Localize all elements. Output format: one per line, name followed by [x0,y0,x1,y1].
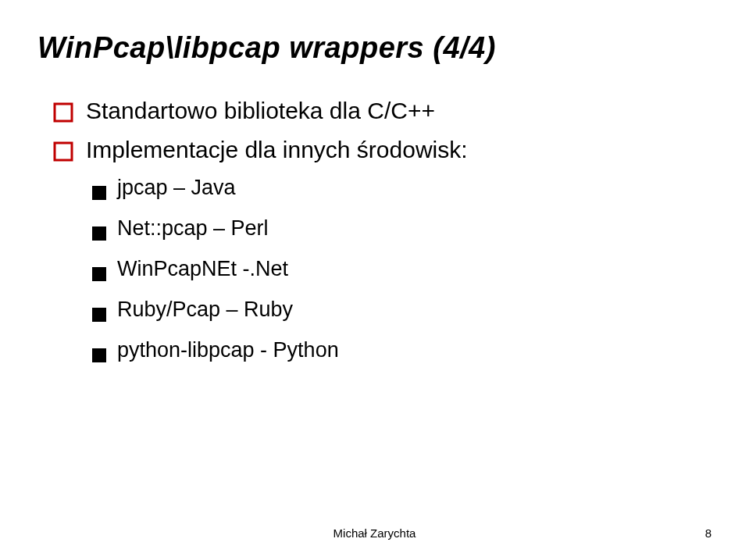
page-number: 8 [705,526,712,540]
square-filled-icon [92,181,106,205]
svg-rect-6 [92,348,106,362]
square-filled-icon [92,222,106,246]
slide-container: WinPcap\libpcap wrappers (4/4) Standarto… [0,0,749,560]
bullet-text: Implementacje dla innych środowisk: [86,137,468,163]
bullet-text: Standartowo biblioteka dla C/C++ [86,98,435,124]
slide-title: WinPcap\libpcap wrappers (4/4) [37,31,712,65]
sub-bullet-text: python-libpcap - Python [117,338,339,362]
svg-rect-3 [92,226,106,241]
svg-rect-4 [92,267,106,281]
sub-bullet-item: Ruby/Pcap – Ruby [92,298,712,327]
square-filled-icon [92,344,106,368]
sub-bullet-text: jpcap – Java [117,176,236,200]
bullet-item: Implementacje dla innych środowisk: [53,137,712,163]
footer-author: Michał Zarychta [0,526,749,540]
svg-rect-0 [55,104,72,121]
sub-bullet-list: jpcap – Java Net::pcap – Perl WinPcapNEt… [37,176,712,368]
sub-bullet-text: Ruby/Pcap – Ruby [117,298,293,322]
sub-bullet-item: WinPcapNEt -.Net [92,257,712,287]
sub-bullet-item: Net::pcap – Perl [92,216,712,246]
svg-rect-1 [55,143,72,160]
main-bullet-list: Standartowo biblioteka dla C/C++ Impleme… [37,98,712,163]
square-outline-icon [53,141,73,162]
sub-bullet-text: WinPcapNEt -.Net [117,257,288,281]
square-outline-icon [53,102,73,123]
bullet-item: Standartowo biblioteka dla C/C++ [53,98,712,124]
sub-bullet-item: python-libpcap - Python [92,338,712,368]
sub-bullet-text: Net::pcap – Perl [117,216,269,241]
sub-bullet-item: jpcap – Java [92,176,712,205]
square-filled-icon [92,303,106,327]
svg-rect-2 [92,186,106,200]
square-filled-icon [92,262,106,287]
svg-rect-5 [92,308,106,322]
